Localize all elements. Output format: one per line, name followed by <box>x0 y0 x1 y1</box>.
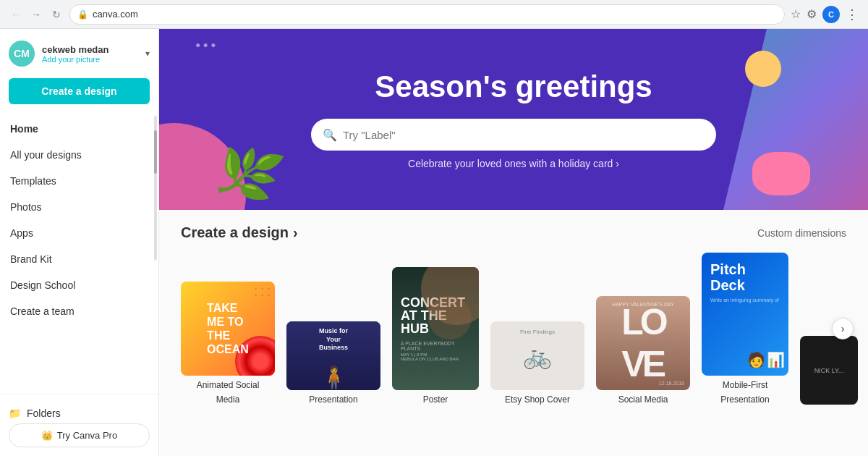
crown-icon: 👑 <box>41 430 53 441</box>
etsy-title-text: Fine Findings <box>490 329 584 335</box>
sidebar-nav: Home All your designs Templates Photos A… <box>0 116 158 324</box>
card-label: Mobile-First <box>723 380 768 390</box>
next-arrow-button[interactable]: › <box>832 318 854 339</box>
try-pro-label: Try Canva Pro <box>57 430 117 441</box>
sidebar-item-templates[interactable]: Templates <box>0 168 158 194</box>
sidebar-item-design-school[interactable]: Design School <box>0 272 158 298</box>
add-picture-link[interactable]: Add your picture <box>42 55 138 64</box>
card-poster[interactable]: concERTAT THEHUB A PLACE EVERYBODY PLANT… <box>392 267 479 405</box>
section-title[interactable]: Create a design › <box>181 224 298 241</box>
main-content: 🌿 ● ● ● Season's greetings 🔍 Celebrate y… <box>159 29 868 456</box>
bike-icon: 🚲 <box>523 342 552 370</box>
google-account-avatar[interactable]: C <box>822 6 840 23</box>
hero-search-input[interactable] <box>343 129 705 141</box>
sidebar-item-all-designs[interactable]: All your designs <box>0 142 158 168</box>
card-mobile-first-presentation[interactable]: PitchDeck Write an intriguing summary of… <box>702 253 788 405</box>
hero-title: Season's greetings <box>375 69 652 104</box>
sidebar-bottom: 📁 Folders 👑 Try Canva Pro <box>0 394 158 456</box>
browser-chrome: ← → ↻ 🔒 canva.com ☆ ⚙ C ⋮ <box>0 0 868 29</box>
card-thumb-poster: concERTAT THEHUB A PLACE EVERYBODY PLANT… <box>392 267 479 390</box>
sidebar-item-label: Brand Kit <box>10 253 52 265</box>
sidebar-item-label: Apps <box>10 227 33 239</box>
poster-date: MAY 1 | 8 PMNEBULA ON CLUB AND BAR <box>401 352 459 361</box>
scrollbar-thumb[interactable] <box>154 130 157 174</box>
user-name: cekweb medan <box>42 44 138 55</box>
sidebar-item-brand-kit[interactable]: Brand Kit <box>0 246 158 272</box>
user-info: cekweb medan Add your picture <box>42 44 138 64</box>
deco-pink-blob <box>752 152 810 195</box>
hero-banner: 🌿 ● ● ● Season's greetings 🔍 Celebrate y… <box>159 29 868 210</box>
extra-text: NICK LY... <box>812 364 847 377</box>
design-cards-row: • • •• • • TAKEME TOTHEOCEAN Animated So… <box>181 253 846 405</box>
browser-actions: ☆ ⚙ C ⋮ <box>791 6 859 23</box>
back-button[interactable]: ← <box>9 7 23 22</box>
sidebar: CM cekweb medan Add your picture ▾ Creat… <box>0 29 159 456</box>
card-etsy-shop-cover[interactable]: Fine Findings 🚲 Etsy Shop Cover <box>490 321 584 405</box>
card-label-sub: Presentation <box>720 394 769 405</box>
create-design-section: Create a design › Custom dimensions • • … <box>159 210 868 419</box>
custom-dimensions-link[interactable]: Custom dimensions <box>757 227 846 239</box>
card-presentation[interactable]: Music forYourBusiness 🧍 Presentation <box>286 321 380 405</box>
card-thumb-presentation: Music forYourBusiness 🧍 <box>286 321 380 390</box>
card-thumb-extra: NICK LY... <box>800 336 858 405</box>
sidebar-item-label: Design School <box>10 279 75 291</box>
card-animated-social-media[interactable]: • • •• • • TAKEME TOTHEOCEAN Animated So… <box>181 282 275 405</box>
browser-menu-button[interactable]: ⋮ <box>846 7 859 22</box>
search-icon: 🔍 <box>323 128 337 142</box>
folders-label: Folders <box>27 408 61 419</box>
app-container: CM cekweb medan Add your picture ▾ Creat… <box>0 29 868 456</box>
card-label: Etsy Shop Cover <box>505 394 570 405</box>
user-profile[interactable]: CM cekweb medan Add your picture ▾ <box>0 29 158 75</box>
sidebar-item-label: Templates <box>10 175 56 187</box>
address-bar[interactable]: 🔒 canva.com <box>69 4 785 25</box>
sidebar-item-apps[interactable]: Apps <box>0 220 158 246</box>
card-extra[interactable]: NICK LY... <box>800 336 858 405</box>
sidebar-item-label: Create a team <box>10 305 75 317</box>
sidebar-item-create-team[interactable]: Create a team <box>0 298 158 324</box>
card-label: Poster <box>423 394 448 405</box>
folder-icon: 📁 <box>9 408 21 419</box>
card-thumb-mobile: PitchDeck Write an intriguing summary of… <box>702 253 788 376</box>
sidebar-item-photos[interactable]: Photos <box>0 194 158 220</box>
scrollbar-track <box>154 116 157 261</box>
card-label-sub: Media <box>216 394 240 405</box>
sidebar-item-label: Home <box>10 123 38 135</box>
section-header: Create a design › Custom dimensions <box>181 224 846 241</box>
chart-icon: 📊 <box>767 351 785 368</box>
section-arrow-icon: › <box>293 224 298 241</box>
valentine-text: HAPPY VALENTINE'S DAY <box>596 302 690 307</box>
dots-decoration: • • •• • • <box>255 285 271 298</box>
mobile-subtitle: Write an intriguing summary of <box>710 297 779 303</box>
sidebar-item-folders[interactable]: 📁 Folders <box>9 403 150 423</box>
card-label: Animated Social <box>197 380 260 390</box>
try-pro-button[interactable]: 👑 Try Canva Pro <box>9 423 150 447</box>
extensions-button[interactable]: ⚙ <box>807 7 817 21</box>
deco-yellow-circle <box>745 51 781 87</box>
forward-button[interactable]: → <box>29 7 43 22</box>
hero-search-bar[interactable]: 🔍 <box>311 119 716 151</box>
create-design-button[interactable]: Create a design <box>9 78 150 104</box>
social-date: 12.18.2019 <box>659 381 684 386</box>
sidebar-item-label: All your designs <box>10 149 82 161</box>
mobile-pitch-title: PitchDeck <box>710 261 746 293</box>
bookmark-button[interactable]: ☆ <box>791 7 801 21</box>
card-label: Presentation <box>309 394 357 405</box>
card-social-media[interactable]: HAPPY VALENTINE'S DAY LOVE 12.18.2019 So… <box>596 296 690 405</box>
sidebar-item-home[interactable]: Home <box>0 116 158 142</box>
sidebar-item-label: Photos <box>10 201 42 213</box>
hero-subtitle[interactable]: Celebrate your loved ones with a holiday… <box>408 158 619 169</box>
mobile-people-illustration: 🧑 📊 <box>747 351 785 368</box>
reload-button[interactable]: ↻ <box>49 7 64 22</box>
card-thumb-animated: • • •• • • TAKEME TOTHEOCEAN <box>181 282 275 376</box>
chevron-down-icon: ▾ <box>145 48 150 59</box>
person-icon: 🧑 <box>747 351 765 368</box>
card-thumb-etsy: Fine Findings 🚲 <box>490 321 584 390</box>
love-text: LOVE <box>621 301 664 385</box>
card-label: Social Media <box>618 394 668 405</box>
presentation-person-icon: 🧍 <box>320 365 347 390</box>
card-thumb-social: HAPPY VALENTINE'S DAY LOVE 12.18.2019 <box>596 296 690 390</box>
poster-bg-circle2 <box>428 296 472 339</box>
poster-subtitle: A PLACE EVERYBODY PLANTS <box>401 341 470 351</box>
card-text-take-me: TAKEME TOTHEOCEAN <box>200 294 256 364</box>
presentation-title-text: Music forYourBusiness <box>286 327 380 352</box>
